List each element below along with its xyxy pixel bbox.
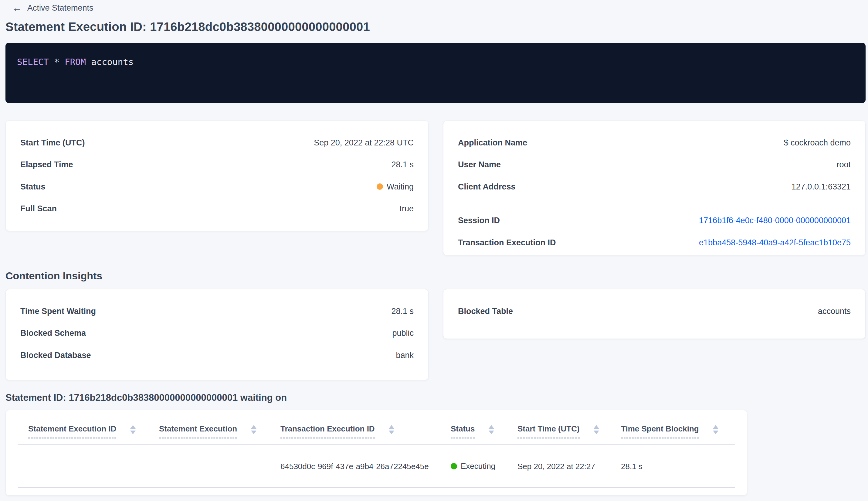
start-time-value: Sep 20, 2022 at 22:28 UTC bbox=[314, 138, 414, 148]
status-waiting-dot-icon bbox=[377, 183, 383, 190]
client-address-value: 127.0.0.1:63321 bbox=[792, 182, 851, 192]
contention-right-card: Blocked Table accounts bbox=[443, 289, 866, 339]
status-value: Waiting bbox=[377, 182, 414, 192]
user-name-label: User Name bbox=[458, 160, 501, 169]
sql-keyword-from: FROM bbox=[65, 57, 86, 67]
table-row: 64530d0c-969f-437e-a9b4-26a72245e45e Exe… bbox=[18, 444, 735, 487]
session-id-row: Session ID 1716b1f6-4e0c-f480-0000-00000… bbox=[458, 216, 851, 225]
sql-keyword-select: SELECT bbox=[17, 57, 49, 67]
transaction-execution-id-link[interactable]: e1bba458-5948-40a9-a42f-5feac1b10e75 bbox=[699, 238, 851, 247]
sort-icon[interactable] bbox=[594, 425, 599, 434]
time-spent-waiting-row: Time Spent Waiting 28.1 s bbox=[20, 306, 414, 316]
time-spent-waiting-label: Time Spent Waiting bbox=[20, 306, 96, 316]
user-name-row: User Name root bbox=[458, 160, 851, 169]
elapsed-time-row: Elapsed Time 28.1 s bbox=[20, 160, 414, 169]
arrow-left-icon: ← bbox=[12, 3, 22, 13]
column-label[interactable]: Status bbox=[451, 424, 475, 438]
blocked-schema-value: public bbox=[392, 328, 414, 338]
contention-cards-row: Time Spent Waiting 28.1 s Blocked Schema… bbox=[6, 289, 866, 380]
application-name-row: Application Name $ cockroach demo bbox=[458, 138, 851, 148]
column-header-status[interactable]: Status bbox=[441, 410, 507, 444]
blocked-schema-row: Blocked Schema public bbox=[20, 328, 414, 338]
column-header-statement-execution-id[interactable]: Statement Execution ID bbox=[18, 410, 149, 444]
waiting-statements-table-card: Statement Execution ID Statement Executi… bbox=[6, 410, 747, 495]
cell-start-time: Sep 20, 2022 at 22:27 bbox=[507, 444, 611, 487]
full-scan-row: Full Scan true bbox=[20, 204, 414, 213]
elapsed-time-value: 28.1 s bbox=[391, 160, 414, 169]
full-scan-label: Full Scan bbox=[20, 204, 57, 213]
blocked-table-label: Blocked Table bbox=[458, 306, 513, 316]
waiting-on-title: Statement ID: 1716b218dc0b38380000000000… bbox=[6, 392, 868, 403]
statement-execution-details-page: ← Active Statements Statement Execution … bbox=[0, 0, 868, 495]
contention-insights-title: Contention Insights bbox=[6, 270, 868, 282]
sql-table-name: accounts bbox=[91, 57, 133, 67]
client-address-row: Client Address 127.0.0.1:63321 bbox=[458, 182, 851, 192]
execution-details-card: Start Time (UTC) Sep 20, 2022 at 22:28 U… bbox=[6, 120, 428, 231]
column-label[interactable]: Transaction Execution ID bbox=[280, 424, 375, 438]
transaction-execution-id-label: Transaction Execution ID bbox=[458, 238, 556, 247]
cell-statement-execution-id bbox=[18, 444, 149, 487]
back-link-label: Active Statements bbox=[27, 3, 94, 13]
cell-status-text: Executing bbox=[461, 461, 495, 471]
column-label[interactable]: Statement Execution bbox=[159, 424, 237, 438]
sort-icon[interactable] bbox=[713, 425, 718, 434]
start-time-label: Start Time (UTC) bbox=[20, 138, 85, 148]
blocked-schema-label: Blocked Schema bbox=[20, 328, 86, 338]
cell-status: Executing bbox=[441, 444, 507, 487]
sort-icon[interactable] bbox=[489, 425, 494, 434]
transaction-execution-id-row: Transaction Execution ID e1bba458-5948-4… bbox=[458, 238, 851, 247]
user-name-value: root bbox=[836, 160, 851, 169]
waiting-statements-table: Statement Execution ID Statement Executi… bbox=[18, 410, 735, 488]
sql-star: * bbox=[54, 57, 59, 67]
full-scan-value: true bbox=[399, 204, 414, 213]
session-details-card: Application Name $ cockroach demo User N… bbox=[443, 120, 866, 255]
client-address-label: Client Address bbox=[458, 182, 516, 192]
elapsed-time-label: Elapsed Time bbox=[20, 160, 73, 169]
blocked-database-value: bank bbox=[396, 350, 414, 360]
column-header-transaction-execution-id[interactable]: Transaction Execution ID bbox=[270, 410, 441, 444]
page-title: Statement Execution ID: 1716b218dc0b3838… bbox=[6, 20, 868, 34]
sort-icon[interactable] bbox=[251, 425, 257, 434]
status-text: Waiting bbox=[387, 182, 414, 192]
back-link-active-statements[interactable]: ← Active Statements bbox=[0, 0, 94, 13]
cell-transaction-execution-id: 64530d0c-969f-437e-a9b4-26a72245e45e bbox=[270, 444, 441, 487]
status-executing-dot-icon bbox=[451, 463, 457, 469]
cell-time-spent-blocking: 28.1 s bbox=[611, 444, 735, 487]
status-row: Status Waiting bbox=[20, 182, 414, 192]
session-id-label: Session ID bbox=[458, 216, 500, 225]
column-header-start-time[interactable]: Start Time (UTC) bbox=[507, 410, 611, 444]
cell-statement-execution bbox=[149, 444, 270, 487]
column-label[interactable]: Start Time (UTC) bbox=[518, 424, 580, 438]
start-time-row: Start Time (UTC) Sep 20, 2022 at 22:28 U… bbox=[20, 138, 414, 148]
card-divider bbox=[458, 204, 851, 204]
column-header-statement-execution[interactable]: Statement Execution bbox=[149, 410, 270, 444]
sort-icon[interactable] bbox=[389, 425, 394, 434]
application-name-label: Application Name bbox=[458, 138, 527, 148]
sort-icon[interactable] bbox=[130, 425, 135, 434]
table-header-row: Statement Execution ID Statement Executi… bbox=[18, 410, 735, 444]
details-cards-row: Start Time (UTC) Sep 20, 2022 at 22:28 U… bbox=[6, 120, 866, 255]
column-label[interactable]: Time Spent Blocking bbox=[621, 424, 699, 438]
blocked-database-label: Blocked Database bbox=[20, 350, 91, 360]
status-label: Status bbox=[20, 182, 45, 192]
column-label[interactable]: Statement Execution ID bbox=[28, 424, 116, 438]
sql-statement-box: SELECT * FROM accounts bbox=[6, 43, 866, 103]
contention-left-card: Time Spent Waiting 28.1 s Blocked Schema… bbox=[6, 289, 428, 380]
column-header-time-spent-blocking[interactable]: Time Spent Blocking bbox=[611, 410, 735, 444]
blocked-database-row: Blocked Database bank bbox=[20, 350, 414, 360]
session-id-link[interactable]: 1716b1f6-4e0c-f480-0000-000000000001 bbox=[699, 216, 851, 225]
time-spent-waiting-value: 28.1 s bbox=[391, 306, 414, 316]
blocked-table-value: accounts bbox=[818, 306, 851, 316]
blocked-table-row: Blocked Table accounts bbox=[458, 306, 851, 316]
application-name-value: $ cockroach demo bbox=[784, 138, 851, 148]
